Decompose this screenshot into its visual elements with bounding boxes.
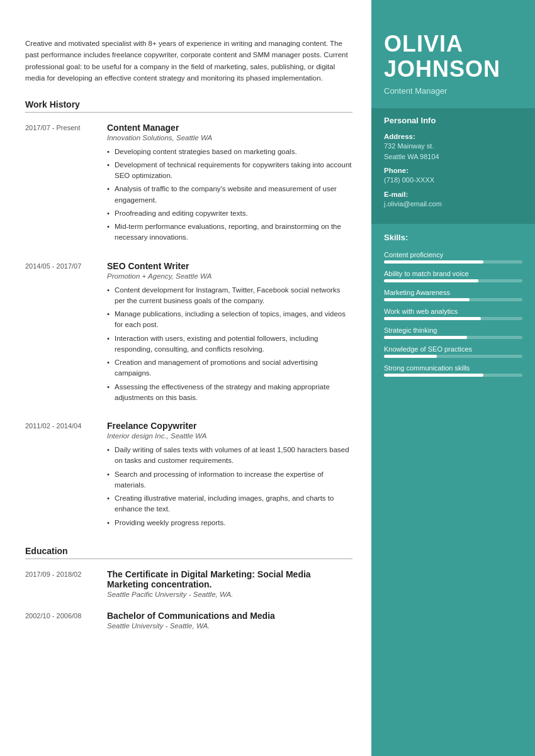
job-title-3: Freelance Copywriter <box>107 421 352 431</box>
skill-item-4: Strategic thinking <box>384 326 522 339</box>
bullet-2-3: Creation and management of promotions an… <box>107 357 352 379</box>
bullet-3-2: Creating illustrative material, includin… <box>107 493 352 515</box>
skill-name-2: Marketing Awareness <box>384 289 522 296</box>
skill-name-5: Knowledge of SEO practices <box>384 345 522 353</box>
personal-info-block: Personal Info Address: 732 Mainway st. S… <box>371 108 535 224</box>
right-panel: OLIVIA JOHNSON Content Manager Personal … <box>371 0 535 756</box>
education-title: Education <box>25 546 352 559</box>
name-first: OLIVIA <box>384 31 522 57</box>
edu-title-2: Bachelor of Communications and Media <box>107 611 352 621</box>
skill-bar-fill-5 <box>384 355 437 358</box>
skill-bar-fill-6 <box>384 374 483 377</box>
skill-name-0: Content proficiency <box>384 251 522 258</box>
address-line1: 732 Mainway st. <box>384 142 434 150</box>
personal-info-title: Personal Info <box>384 116 522 125</box>
edu-details-2: Bachelor of Communications and Media Sea… <box>107 611 352 630</box>
work-date-1: 2017/07 - Present <box>25 123 107 246</box>
skill-name-1: Ability to match brand voice <box>384 270 522 277</box>
address-label: Address: <box>384 133 522 140</box>
edu-institution-2: Seattle University - Seattle, WA. <box>107 622 352 630</box>
bullet-1-1: Development of technical requirements fo… <box>107 160 352 182</box>
skill-bar-bg-5 <box>384 355 522 358</box>
skills-block: Skills: Content proficiency Ability to m… <box>371 224 535 396</box>
work-entry-2: 2014/05 - 2017/07 SEO Content Writer Pro… <box>25 261 352 406</box>
bullet-1-0: Developing content strategies based on m… <box>107 147 352 157</box>
skill-item-3: Work with web analytics <box>384 308 522 320</box>
bullets-3: Daily writing of sales texts with volume… <box>107 445 352 528</box>
bullet-1-3: Proofreading and editing copywriter text… <box>107 208 352 219</box>
edu-date-2: 2002/10 - 2006/08 <box>25 611 107 630</box>
bullets-1: Developing content strategies based on m… <box>107 147 352 243</box>
skill-item-0: Content proficiency <box>384 251 522 264</box>
edu-entry-1: 2017/09 - 2018/02 The Certificate in Dig… <box>25 569 352 598</box>
name-last: JOHNSON <box>384 57 522 82</box>
edu-date-1: 2017/09 - 2018/02 <box>25 569 107 598</box>
skill-bar-bg-4 <box>384 336 522 339</box>
skill-bar-bg-6 <box>384 374 522 377</box>
edu-title-1: The Certificate in Digital Marketing: So… <box>107 569 352 589</box>
skill-item-6: Strong communication skills <box>384 364 522 377</box>
skill-item-1: Ability to match brand voice <box>384 270 522 282</box>
edu-entry-2: 2002/10 - 2006/08 Bachelor of Communicat… <box>25 611 352 630</box>
resume: Creative and motivated specialist with 8… <box>0 0 535 756</box>
skill-bar-fill-4 <box>384 336 467 339</box>
address-value: 732 Mainway st. Seattle WA 98104 <box>384 141 522 162</box>
skills-list: Content proficiency Ability to match bra… <box>384 251 522 377</box>
work-entry-1: 2017/07 - Present Content Manager Innova… <box>25 123 352 246</box>
job-role: Content Manager <box>384 86 522 96</box>
bullet-3-3: Providing weekly progress reports. <box>107 518 352 528</box>
skill-bar-bg-1 <box>384 279 522 282</box>
work-details-2: SEO Content Writer Promotion + Agency, S… <box>107 261 352 406</box>
skill-bar-fill-2 <box>384 298 470 301</box>
company-3: Interior design Inc., Seattle WA <box>107 432 352 440</box>
summary-text: Creative and motivated specialist with 8… <box>25 38 352 84</box>
bullet-2-1: Manage publications, including a selecti… <box>107 309 352 331</box>
email-value: j.olivia@email.com <box>384 199 522 209</box>
phone-label: Phone: <box>384 167 522 174</box>
email-label: E-mail: <box>384 191 522 198</box>
skills-title: Skills: <box>384 233 522 242</box>
skill-bar-bg-3 <box>384 317 522 320</box>
work-date-2: 2014/05 - 2017/07 <box>25 261 107 406</box>
skill-bar-bg-0 <box>384 260 522 264</box>
bullet-1-4: Mid-term performance evaluations, report… <box>107 221 352 243</box>
bullet-3-0: Daily writing of sales texts with volume… <box>107 445 352 467</box>
work-history-title: Work History <box>25 99 352 113</box>
bullet-1-2: Analysis of traffic to the company's web… <box>107 184 352 206</box>
work-entry-3: 2011/02 - 2014/04 Freelance Copywriter I… <box>25 421 352 531</box>
skill-item-5: Knowledge of SEO practices <box>384 345 522 358</box>
job-title-2: SEO Content Writer <box>107 261 352 271</box>
bullet-3-1: Search and processing of information to … <box>107 469 352 491</box>
skill-bar-fill-3 <box>384 317 481 320</box>
skill-name-4: Strategic thinking <box>384 326 522 334</box>
work-date-3: 2011/02 - 2014/04 <box>25 421 107 531</box>
address-line2: Seattle WA 98104 <box>384 153 439 160</box>
work-details-3: Freelance Copywriter Interior design Inc… <box>107 421 352 531</box>
work-history-section: Work History 2017/07 - Present Content M… <box>25 99 352 531</box>
skill-name-6: Strong communication skills <box>384 364 522 372</box>
phone-value: (718) 000-XXXX <box>384 175 522 186</box>
left-panel: Creative and motivated specialist with 8… <box>0 0 371 756</box>
skill-bar-bg-2 <box>384 298 522 301</box>
bullet-2-2: Interaction with users, existing and pot… <box>107 333 352 355</box>
company-1: Innovation Solutions, Seattle WA <box>107 134 352 142</box>
edu-institution-1: Seattle Pacific University - Seattle, WA… <box>107 591 352 598</box>
job-title-1: Content Manager <box>107 123 352 133</box>
skill-name-3: Work with web analytics <box>384 308 522 315</box>
skill-item-2: Marketing Awareness <box>384 289 522 301</box>
company-2: Promotion + Agency, Seattle WA <box>107 272 352 280</box>
edu-details-1: The Certificate in Digital Marketing: So… <box>107 569 352 598</box>
education-section: Education 2017/09 - 2018/02 The Certific… <box>25 546 352 630</box>
bullet-2-4: Assessing the effectiveness of the strat… <box>107 382 352 404</box>
bullets-2: Content development for Instagram, Twitt… <box>107 285 352 404</box>
name-block: OLIVIA JOHNSON Content Manager <box>371 0 535 108</box>
work-details-1: Content Manager Innovation Solutions, Se… <box>107 123 352 246</box>
skill-bar-fill-1 <box>384 279 478 282</box>
skill-bar-fill-0 <box>384 260 483 264</box>
bullet-2-0: Content development for Instagram, Twitt… <box>107 285 352 307</box>
